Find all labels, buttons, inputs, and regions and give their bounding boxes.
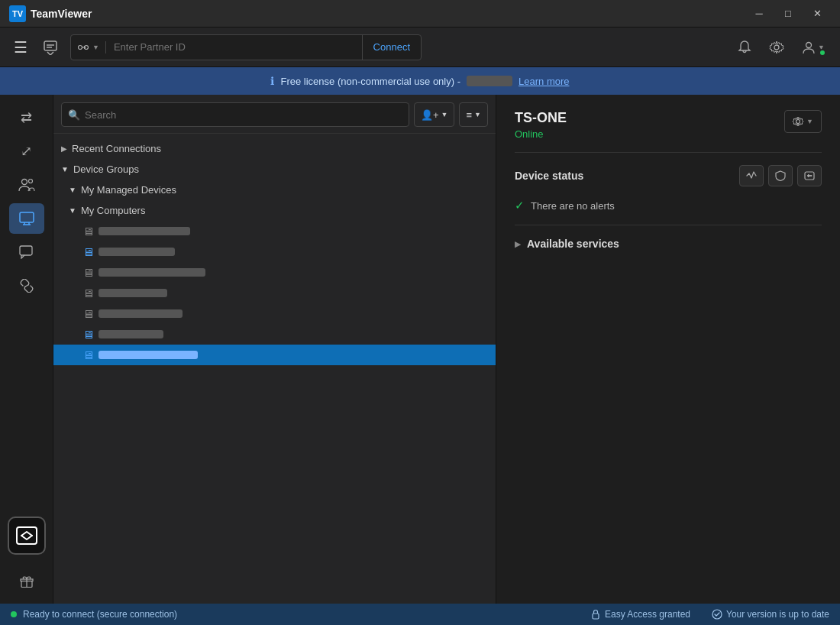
- app-name: TeamViewer: [31, 8, 92, 20]
- hamburger-menu-button[interactable]: ☰: [11, 35, 31, 60]
- notifications-button[interactable]: [732, 35, 757, 60]
- tree-category-recent[interactable]: ▶ Recent Connections: [53, 138, 496, 159]
- window-controls: ─ □ ✕: [745, 3, 831, 24]
- available-services-label: Available services: [527, 238, 619, 250]
- managed-expand-arrow: ▼: [69, 186, 76, 194]
- device-name-blurred: [99, 309, 183, 318]
- device-online-status: Online: [515, 128, 567, 140]
- search-bar: 🔍 👤+ ▼ ≡ ▼: [53, 95, 496, 134]
- add-dropdown-arrow: ▼: [441, 111, 448, 118]
- shield-icon-button[interactable]: [768, 165, 793, 186]
- sidebar-item-gift[interactable]: [9, 565, 44, 596]
- search-input[interactable]: [85, 109, 402, 121]
- add-device-button[interactable]: 👤+ ▼: [414, 102, 455, 127]
- maximize-button[interactable]: □: [774, 3, 802, 24]
- version-text: Your version is up to date: [726, 609, 829, 620]
- device-groups-expand-arrow: ▼: [61, 165, 69, 173]
- sidebar-item-remote-control[interactable]: ⇄: [9, 102, 44, 133]
- device-header: TS-ONE Online ▼: [515, 110, 822, 140]
- device-name-blurred: [99, 351, 198, 359]
- device-groups-label: Device Groups: [73, 164, 139, 175]
- check-circle-icon: [712, 609, 722, 620]
- list-item[interactable]: 🖥: [53, 303, 496, 324]
- profile-button[interactable]: ▼: [796, 35, 829, 60]
- ready-text: Ready to connect (secure connection): [23, 609, 177, 620]
- sidebar-item-devices[interactable]: [9, 203, 44, 234]
- people-icon: [18, 178, 35, 192]
- recent-connections-label: Recent Connections: [72, 143, 161, 154]
- list-item[interactable]: 🖥: [53, 262, 496, 283]
- divider-2: [515, 225, 822, 225]
- device-status-section: Device status: [515, 165, 822, 186]
- svg-point-23: [712, 610, 722, 619]
- lock-icon: [590, 609, 601, 620]
- close-button[interactable]: ✕: [803, 3, 831, 24]
- banner-text: Free license (non-commercial use only) -: [280, 76, 460, 87]
- connect-button[interactable]: Connect: [362, 35, 421, 60]
- computer-icon: 🖥: [82, 328, 94, 341]
- sidebar-item-chat[interactable]: [9, 237, 44, 267]
- list-item[interactable]: 🖥: [53, 345, 496, 365]
- my-computers-expand-arrow: ▼: [69, 206, 76, 215]
- search-icon: 🔍: [68, 109, 80, 121]
- tv-logo-button[interactable]: [8, 517, 46, 555]
- sidebar-item-link[interactable]: [9, 270, 44, 301]
- device-name-blurred: [99, 227, 190, 235]
- list-item[interactable]: 🖥: [53, 221, 496, 241]
- services-expand-arrow: ▶: [515, 240, 521, 248]
- list-item[interactable]: 🖥: [53, 324, 496, 345]
- no-alerts-section: ✓ There are no alerts: [515, 199, 822, 212]
- device-settings-button[interactable]: ▼: [784, 110, 822, 133]
- computer-icon: 🖥: [82, 245, 94, 258]
- tree-category-managed[interactable]: ▼ My Managed Devices: [53, 180, 496, 200]
- svg-point-7: [806, 42, 812, 47]
- svg-rect-0: [44, 41, 57, 50]
- sidebar-item-people[interactable]: [9, 170, 44, 200]
- status-action-icons: [739, 165, 822, 186]
- svg-point-8: [21, 180, 27, 185]
- sidebar-item-expand[interactable]: ⤢: [9, 136, 44, 167]
- computer-icon: 🖥: [82, 348, 94, 361]
- available-services-section[interactable]: ▶ Available services: [515, 238, 822, 250]
- feedback-button[interactable]: [38, 35, 63, 60]
- activity-icon: [746, 170, 757, 181]
- computer-icon: 🖥: [82, 266, 94, 279]
- svg-point-4: [85, 45, 89, 49]
- svg-rect-16: [17, 527, 37, 544]
- my-computers-label: My Computers: [81, 205, 146, 216]
- titlebar: TV TeamViewer ─ □ ✕: [0, 0, 840, 28]
- partner-id-bar: ▼ Connect: [70, 34, 422, 60]
- my-managed-devices-label: My Managed Devices: [81, 184, 176, 196]
- connection-status-dot: [11, 611, 17, 617]
- minimize-button[interactable]: ─: [745, 3, 773, 24]
- connection-type-dropdown[interactable]: ▼: [71, 41, 106, 53]
- list-item[interactable]: 🖥: [53, 283, 496, 303]
- computer-icon: 🖥: [82, 225, 94, 238]
- device-name-blurred: [99, 248, 175, 256]
- recent-expand-arrow: ▶: [61, 144, 67, 153]
- learn-more-link[interactable]: Learn more: [519, 76, 569, 87]
- search-input-wrap: 🔍: [61, 102, 409, 127]
- settings-button[interactable]: [764, 35, 789, 60]
- svg-point-9: [28, 180, 32, 183]
- tree-category-device-groups[interactable]: ▼ Device Groups: [53, 159, 496, 180]
- remote-icon-button[interactable]: [797, 165, 822, 186]
- device-list-panel: 🔍 👤+ ▼ ≡ ▼ ▶ Recent Connections ▼ Device…: [53, 95, 496, 604]
- view-options-button[interactable]: ≡ ▼: [459, 102, 488, 127]
- dropdown-arrow-icon: ▼: [92, 44, 99, 51]
- feedback-icon: [43, 40, 58, 55]
- activity-icon-button[interactable]: [739, 165, 764, 186]
- svg-rect-22: [593, 614, 599, 619]
- svg-line-15: [24, 285, 28, 287]
- remote-icon: [804, 170, 815, 181]
- gear-icon: [769, 40, 784, 55]
- svg-rect-14: [20, 246, 32, 255]
- user-icon: [801, 40, 816, 55]
- list-item[interactable]: 🖥: [53, 241, 496, 262]
- partner-id-input[interactable]: [106, 41, 362, 53]
- info-icon: ℹ: [270, 75, 274, 87]
- devices-icon: [19, 212, 34, 225]
- computer-icon: 🖥: [82, 307, 94, 320]
- tree-category-my-computers[interactable]: ▼ My Computers: [53, 200, 496, 221]
- info-banner: ℹ Free license (non-commercial use only)…: [0, 67, 840, 95]
